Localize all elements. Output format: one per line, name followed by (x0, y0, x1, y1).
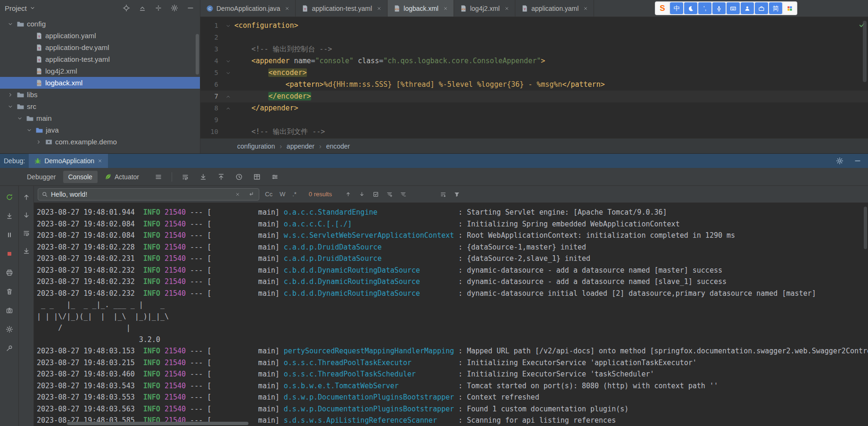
regex-toggle[interactable]: .* (291, 190, 298, 198)
close-tab-icon[interactable] (504, 6, 509, 11)
hide-icon[interactable] (186, 3, 195, 13)
hide-window-icon[interactable] (853, 156, 862, 166)
collapse-all-icon[interactable] (138, 3, 147, 13)
insert-newline-icon[interactable] (246, 190, 256, 199)
pause-icon[interactable] (5, 230, 14, 240)
tree-item[interactable]: Yapplication-test.yaml (0, 53, 200, 65)
upload-icon[interactable] (216, 172, 226, 182)
print-icon[interactable] (5, 268, 14, 277)
debug-tab-actuator[interactable]: Actuator (99, 171, 144, 183)
soft-wrap-icon[interactable] (22, 228, 31, 238)
person-icon[interactable] (741, 2, 754, 14)
history-icon[interactable] (234, 172, 244, 182)
project-panel-title[interactable]: Project (5, 4, 27, 12)
down-stack-icon[interactable] (22, 210, 31, 220)
toolbox-icon[interactable] (755, 2, 768, 14)
options-icon[interactable] (154, 3, 163, 13)
fold-marker-icon[interactable] (222, 20, 234, 32)
line-number: 7 (200, 91, 222, 102)
execution-point-icon[interactable] (5, 211, 14, 221)
chevron-down-icon[interactable] (16, 116, 24, 121)
console-scrollbar[interactable] (864, 207, 867, 249)
editor-tab[interactable]: CDemoApplication.java (200, 0, 296, 17)
tree-scrollbar[interactable] (196, 34, 199, 75)
horizontal-scrollbar[interactable] (67, 422, 248, 425)
select-all-occurrences-icon[interactable] (371, 190, 380, 199)
table-icon[interactable] (252, 172, 262, 182)
settings-gear-icon[interactable] (835, 156, 844, 166)
ime-simplified-traditional-toggle-button[interactable]: 简 (769, 2, 782, 14)
tree-item[interactable]: src (0, 100, 200, 112)
editor-tab[interactable]: <>log4j2.xml (454, 0, 515, 17)
search-field[interactable]: Hello, world! (38, 188, 259, 200)
fold-marker-icon[interactable] (222, 55, 234, 67)
sogou-logo-icon[interactable]: S (656, 2, 669, 14)
tree-item[interactable]: <>log4j2.xml (0, 65, 200, 77)
mic-icon[interactable] (712, 2, 726, 14)
close-tab-icon[interactable] (583, 6, 588, 11)
editor-tab[interactable]: Yapplication.yaml (515, 0, 594, 17)
tree-item[interactable]: com.example.demo (0, 136, 200, 148)
color-grid-icon[interactable] (783, 2, 796, 14)
search-query[interactable]: Hello, world! (51, 191, 230, 198)
editor-tab[interactable]: <>logback.xml (388, 0, 454, 17)
ime-chinese-english-toggle-button[interactable]: 中 (670, 2, 683, 14)
stop-icon[interactable] (5, 249, 14, 259)
editor-tab[interactable]: Yapplication-test.yaml (296, 0, 388, 17)
tree-item[interactable]: <>logback.xml (0, 77, 200, 89)
debug-tab-console[interactable]: Console (63, 171, 98, 183)
debug-session-tab[interactable]: DemoApplication (29, 154, 108, 168)
camera-icon[interactable] (5, 306, 14, 315)
chevron-down-icon[interactable] (7, 104, 14, 109)
breadcrumb-item[interactable]: configuration (237, 142, 275, 150)
breadcrumb-item[interactable]: encoder (326, 142, 350, 150)
tree-item[interactable]: Yapplication-dev.yaml (0, 42, 200, 53)
words-toggle[interactable]: W (278, 190, 287, 198)
filter-icon[interactable] (452, 190, 462, 199)
restore-layout-icon[interactable] (154, 172, 163, 182)
previous-occurrence-icon[interactable] (344, 190, 353, 199)
close-tab-icon[interactable] (443, 6, 448, 11)
close-tab-icon[interactable] (377, 6, 381, 11)
tree-item[interactable]: libs (0, 89, 200, 100)
up-stack-icon[interactable] (22, 192, 31, 202)
chevron-right-icon[interactable] (7, 92, 14, 98)
filter-sliders-icon[interactable] (270, 172, 280, 182)
clear-icon[interactable] (5, 287, 14, 296)
clear-search-icon[interactable] (233, 190, 242, 199)
project-view-dropdown-icon[interactable] (30, 5, 35, 11)
settings-gear-icon[interactable] (5, 325, 14, 334)
debug-tab-debugger[interactable]: Debugger (22, 171, 61, 183)
scroll-end-icon[interactable] (198, 172, 208, 182)
exclude-filter-icon[interactable] (398, 190, 408, 199)
tree-item[interactable]: java (0, 124, 200, 136)
soft-wrap-icon[interactable] (181, 172, 190, 182)
rerun-icon[interactable] (5, 192, 14, 202)
fold-marker-icon[interactable] (222, 91, 234, 102)
editor[interactable]: 1<configuration>23 <!-- 输出到控制台 -->4 <app… (200, 17, 868, 138)
breadcrumb-item[interactable]: appender (287, 142, 314, 150)
scroll-end-icon[interactable] (22, 246, 31, 256)
pin-icon[interactable] (5, 343, 14, 353)
editor-scrollbar[interactable] (863, 21, 867, 82)
locate-icon[interactable] (122, 3, 131, 13)
close-tab-icon[interactable] (285, 6, 289, 11)
moon-icon[interactable] (684, 2, 697, 14)
next-occurrence-icon[interactable] (357, 190, 367, 199)
settings-gear-icon[interactable] (170, 3, 179, 13)
match-case-toggle[interactable]: Cc (264, 190, 274, 198)
add-filter-icon[interactable] (385, 190, 394, 199)
fold-marker-icon[interactable] (222, 102, 234, 114)
tree-item[interactable]: Yapplication.yaml (0, 30, 200, 42)
search-options-icon[interactable] (438, 190, 448, 199)
chevron-right-icon[interactable] (35, 139, 42, 145)
keyboard-icon[interactable] (727, 2, 740, 14)
console-output[interactable]: 2023-08-27 19:48:01.944 INFO 21540 --- [… (34, 203, 868, 426)
chevron-down-icon[interactable] (25, 127, 33, 133)
ime-punctuation-toggle-button[interactable]: ’, (698, 2, 711, 14)
tree-item[interactable]: config (0, 18, 200, 30)
tree-item[interactable]: main (0, 112, 200, 124)
chevron-down-icon[interactable] (7, 21, 14, 27)
fold-marker-icon[interactable] (222, 67, 234, 79)
close-session-icon[interactable] (98, 159, 102, 163)
